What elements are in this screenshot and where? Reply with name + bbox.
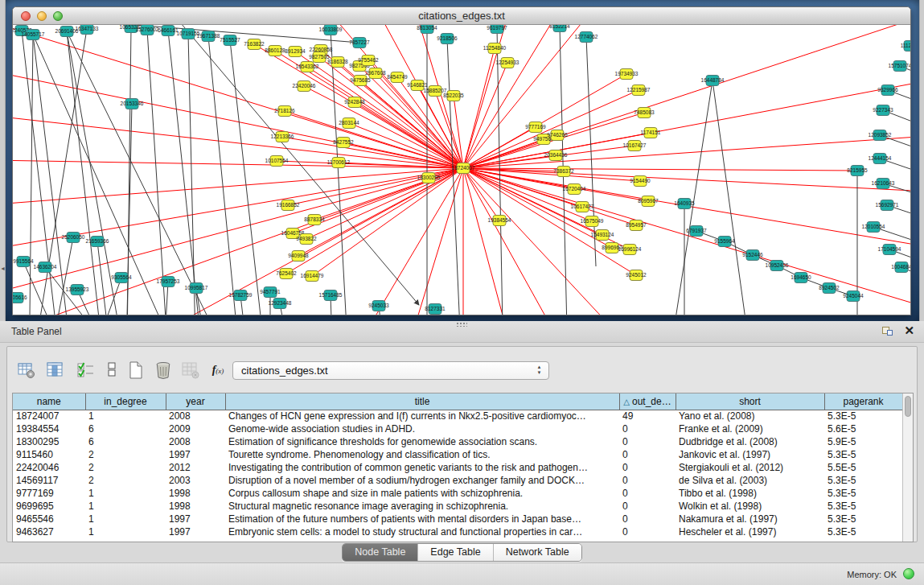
collapsed-control-panel-strip[interactable]: ◄ — [0, 0, 6, 321]
graph-node[interactable]: 1694650 — [791, 273, 811, 283]
graph-edge[interactable] — [314, 168, 463, 220]
table-cell[interactable]: 6 — [85, 435, 166, 448]
graph-node[interactable]: 19734933 — [615, 69, 639, 80]
graph-edge[interactable] — [304, 86, 463, 168]
table-cell[interactable]: 9699695 — [13, 500, 85, 513]
column-header-name[interactable]: name — [13, 393, 85, 410]
graph-node[interactable]: 16782759 — [229, 290, 253, 301]
graph-node[interactable]: 9457791 — [260, 287, 281, 298]
graph-node[interactable]: 7625402 — [276, 269, 297, 279]
close-panel-icon[interactable]: ✕ — [904, 324, 914, 336]
table-cell[interactable]: 0 — [619, 461, 676, 474]
graph-node[interactable]: 8912934 — [285, 47, 306, 57]
table-cell[interactable]: Franke et al. (2009) — [676, 422, 824, 435]
column-header-out-degree[interactable]: △out_de… — [619, 393, 676, 410]
graph-node[interactable]: 9409948 — [288, 251, 309, 262]
graph-node[interactable]: 9329966 — [877, 85, 898, 96]
graph-node[interactable]: 9154490 — [630, 176, 651, 187]
graph-node[interactable]: 15716485 — [319, 290, 343, 301]
collapse-arrow-icon[interactable]: ◄ — [0, 266, 6, 271]
graph-node[interactable]: 9152446 — [742, 250, 763, 261]
graph-node[interactable]: 18300295 — [417, 173, 441, 183]
graph-node[interactable]: 19166852 — [277, 200, 300, 211]
graph-node[interactable]: 15751074 — [889, 61, 910, 72]
graph-node[interactable]: 2803144 — [339, 118, 359, 129]
tab-network-table[interactable]: Network Table — [493, 544, 581, 561]
table-cell[interactable]: Disruption of a novel member of a sodium… — [225, 474, 619, 487]
table-cell[interactable]: 5.3E-5 — [824, 487, 902, 500]
table-cell[interactable]: 1997 — [166, 513, 225, 525]
table-cell[interactable]: 5.3E-5 — [824, 500, 902, 513]
column-header-short[interactable]: short — [676, 393, 824, 410]
table-cell[interactable]: 9465546 — [13, 513, 85, 525]
network-canvas[interactable]: 7163822886012889129342226085898275051654… — [13, 25, 910, 315]
table-row[interactable]: 977716911998Corpus callosum shape and si… — [13, 487, 902, 500]
graph-node[interactable]: 7857227 — [349, 38, 370, 48]
table-cell[interactable]: 0 — [619, 474, 676, 487]
table-cell[interactable]: 1997 — [166, 525, 225, 538]
table-cell[interactable]: 5.3E-5 — [824, 474, 902, 487]
tab-node-table[interactable]: Node Table — [343, 544, 417, 561]
table-cell[interactable]: Corpus callosum shape and size in male p… — [225, 487, 619, 500]
graph-node[interactable]: 9242848 — [344, 97, 365, 108]
new-table-button[interactable] — [125, 359, 147, 381]
graph-node[interactable]: 13955923 — [66, 285, 89, 295]
table-cell[interactable]: 9777169 — [13, 487, 85, 500]
table-cell[interactable]: 0 — [619, 525, 676, 538]
graph-edge[interactable] — [147, 30, 178, 315]
table-cell[interactable]: 2012 — [166, 461, 225, 474]
graph-node[interactable]: 8813054 — [417, 25, 437, 34]
table-row[interactable]: 946362711997Embryonic stem cells: a mode… — [13, 525, 902, 538]
graph-edge[interactable] — [29, 35, 33, 315]
graph-node[interactable]: 8924502 — [819, 283, 840, 294]
table-cell[interactable]: 1 — [85, 525, 166, 538]
graph-edge[interactable] — [713, 80, 765, 315]
table-cell[interactable]: 1998 — [166, 500, 225, 513]
window-titlebar[interactable]: citations_edges.txt — [13, 7, 910, 25]
table-cell[interactable]: 49 — [619, 410, 676, 422]
table-cell[interactable]: 14569117 — [13, 474, 85, 487]
graph-node[interactable]: 8095967 — [638, 196, 659, 207]
table-cell[interactable]: 2008 — [166, 435, 225, 448]
table-cell[interactable]: 5.3E-5 — [824, 513, 902, 525]
graph-edge[interactable] — [463, 48, 495, 168]
graph-edge[interactable] — [230, 40, 278, 315]
table-cell[interactable]: 5.3E-5 — [824, 410, 902, 422]
graph-edge[interactable] — [463, 168, 910, 282]
table-cell[interactable]: Estimation of significance thresholds fo… — [225, 435, 619, 448]
graph-node[interactable]: 25206050 — [62, 233, 85, 243]
table-cell[interactable]: 9463627 — [13, 525, 85, 538]
column-header-in-degree[interactable]: in_degree — [85, 393, 166, 410]
table-cell[interactable]: Changes of HCN gene expression and I(f) … — [225, 410, 619, 422]
column-visibility-button[interactable] — [44, 359, 67, 381]
graph-node[interactable]: 8215955 — [847, 166, 868, 176]
table-cell[interactable]: 2 — [85, 461, 166, 474]
graph-node[interactable]: 17104594 — [878, 245, 901, 255]
graph-node[interactable]: 7515527 — [220, 35, 240, 46]
table-cell[interactable]: 19384554 — [13, 422, 85, 435]
graph-node[interactable]: 11254840 — [483, 43, 507, 54]
graph-node[interactable]: 12774062 — [575, 32, 598, 43]
table-cell[interactable]: 0 — [619, 448, 676, 461]
column-header-year[interactable]: year — [166, 393, 225, 410]
graph-edge[interactable] — [463, 41, 910, 168]
graph-node[interactable]: 16575049 — [581, 216, 604, 227]
network-graph[interactable]: 7163822886012889129342226085898275051654… — [13, 25, 910, 315]
table-cell[interactable]: 18300295 — [13, 435, 85, 448]
tab-edge-table[interactable]: Edge Table — [417, 544, 492, 561]
table-cell[interactable]: 9115460 — [13, 448, 85, 461]
table-cell[interactable]: 2008 — [166, 410, 225, 422]
graph-edge[interactable] — [188, 34, 198, 315]
graph-node[interactable]: 8522035 — [443, 91, 464, 101]
graph-node[interactable]: 9619797 — [487, 25, 507, 34]
graph-node[interactable]: 9245044 — [843, 291, 864, 302]
graph-edge[interactable] — [463, 25, 777, 168]
graph-node[interactable]: 16914479 — [301, 271, 324, 282]
graph-node[interactable]: 8878334 — [304, 215, 325, 225]
graph-node[interactable]: 12254933 — [496, 58, 519, 68]
graph-node[interactable]: 12444154 — [869, 154, 892, 164]
table-cell[interactable]: Tibbo et al. (1998) — [676, 487, 824, 500]
table-cell[interactable]: 5.9E-5 — [824, 435, 902, 448]
table-row[interactable]: 946554611997Estimation of the future num… — [13, 513, 902, 525]
graph-node[interactable]: 9827505 — [309, 52, 330, 63]
